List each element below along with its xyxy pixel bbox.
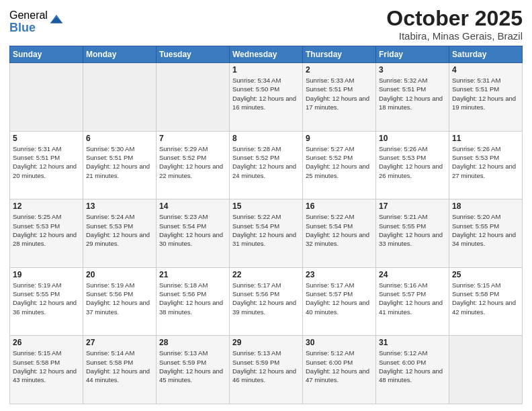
day-number: 16 xyxy=(306,201,373,211)
logo-blue: Blue xyxy=(9,21,48,35)
day-info: Sunrise: 5:16 AM Sunset: 5:57 PM Dayligh… xyxy=(379,281,446,316)
calendar-cell: 2Sunrise: 5:33 AM Sunset: 5:51 PM Daylig… xyxy=(303,63,376,132)
day-number: 26 xyxy=(13,338,80,347)
header-friday: Friday xyxy=(376,46,449,63)
header-sunday: Sunday xyxy=(10,46,83,63)
day-info: Sunrise: 5:31 AM Sunset: 5:51 PM Dayligh… xyxy=(13,144,80,180)
calendar-week-5: 26Sunrise: 5:15 AM Sunset: 5:58 PM Dayli… xyxy=(10,336,523,404)
calendar-cell: 28Sunrise: 5:13 AM Sunset: 5:59 PM Dayli… xyxy=(157,336,230,404)
day-info: Sunrise: 5:17 AM Sunset: 5:57 PM Dayligh… xyxy=(306,281,373,316)
day-info: Sunrise: 5:15 AM Sunset: 5:58 PM Dayligh… xyxy=(13,349,80,384)
day-number: 23 xyxy=(306,270,373,279)
calendar-cell: 30Sunrise: 5:12 AM Sunset: 6:00 PM Dayli… xyxy=(303,336,376,404)
day-info: Sunrise: 5:27 AM Sunset: 5:52 PM Dayligh… xyxy=(306,144,373,180)
day-info: Sunrise: 5:34 AM Sunset: 5:50 PM Dayligh… xyxy=(232,76,300,111)
day-number: 21 xyxy=(159,270,226,279)
header-thursday: Thursday xyxy=(303,46,376,63)
day-info: Sunrise: 5:19 AM Sunset: 5:55 PM Dayligh… xyxy=(13,281,80,316)
calendar-cell: 6Sunrise: 5:30 AM Sunset: 5:51 PM Daylig… xyxy=(83,131,157,199)
day-number: 8 xyxy=(232,134,300,143)
day-number: 5 xyxy=(13,134,80,143)
header-wednesday: Wednesday xyxy=(230,46,303,63)
calendar-cell: 11Sunrise: 5:26 AM Sunset: 5:53 PM Dayli… xyxy=(449,131,523,199)
day-info: Sunrise: 5:29 AM Sunset: 5:52 PM Dayligh… xyxy=(159,144,226,180)
day-info: Sunrise: 5:12 AM Sunset: 6:00 PM Dayligh… xyxy=(379,349,446,384)
day-number: 1 xyxy=(232,65,300,75)
day-info: Sunrise: 5:15 AM Sunset: 5:58 PM Dayligh… xyxy=(452,281,519,316)
calendar-cell: 19Sunrise: 5:19 AM Sunset: 5:55 PM Dayli… xyxy=(10,267,83,336)
calendar-cell: 4Sunrise: 5:31 AM Sunset: 5:51 PM Daylig… xyxy=(449,63,523,132)
day-info: Sunrise: 5:13 AM Sunset: 5:59 PM Dayligh… xyxy=(159,349,226,384)
day-number: 10 xyxy=(379,134,446,143)
header-saturday: Saturday xyxy=(449,46,523,63)
calendar-header-row: Sunday Monday Tuesday Wednesday Thursday… xyxy=(10,46,523,63)
day-number: 13 xyxy=(86,201,153,211)
day-number: 19 xyxy=(13,270,80,279)
calendar-cell: 3Sunrise: 5:32 AM Sunset: 5:51 PM Daylig… xyxy=(376,63,449,132)
day-info: Sunrise: 5:26 AM Sunset: 5:53 PM Dayligh… xyxy=(379,144,446,180)
calendar-table: Sunday Monday Tuesday Wednesday Thursday… xyxy=(9,46,523,404)
logo: General Blue xyxy=(9,9,64,34)
day-number: 12 xyxy=(13,201,80,211)
day-info: Sunrise: 5:30 AM Sunset: 5:51 PM Dayligh… xyxy=(86,144,153,180)
calendar-week-1: 1Sunrise: 5:34 AM Sunset: 5:50 PM Daylig… xyxy=(10,63,523,132)
day-info: Sunrise: 5:25 AM Sunset: 5:53 PM Dayligh… xyxy=(13,212,80,248)
day-number: 3 xyxy=(379,65,446,75)
calendar-week-4: 19Sunrise: 5:19 AM Sunset: 5:55 PM Dayli… xyxy=(10,267,523,336)
day-info: Sunrise: 5:17 AM Sunset: 5:56 PM Dayligh… xyxy=(232,281,300,316)
day-number: 24 xyxy=(379,270,446,279)
calendar-cell: 27Sunrise: 5:14 AM Sunset: 5:58 PM Dayli… xyxy=(83,336,157,404)
day-number: 11 xyxy=(452,134,519,143)
day-number: 29 xyxy=(232,338,300,347)
day-info: Sunrise: 5:31 AM Sunset: 5:51 PM Dayligh… xyxy=(452,76,519,111)
day-number: 30 xyxy=(306,338,373,347)
day-info: Sunrise: 5:19 AM Sunset: 5:56 PM Dayligh… xyxy=(86,281,153,316)
day-info: Sunrise: 5:12 AM Sunset: 6:00 PM Dayligh… xyxy=(306,349,373,384)
day-number: 9 xyxy=(306,134,373,143)
calendar-cell xyxy=(449,336,523,404)
day-number: 31 xyxy=(379,338,446,347)
calendar-cell: 8Sunrise: 5:28 AM Sunset: 5:52 PM Daylig… xyxy=(230,131,303,199)
header-tuesday: Tuesday xyxy=(157,46,230,63)
calendar-week-3: 12Sunrise: 5:25 AM Sunset: 5:53 PM Dayli… xyxy=(10,199,523,268)
calendar-cell: 14Sunrise: 5:23 AM Sunset: 5:54 PM Dayli… xyxy=(157,199,230,268)
calendar-cell: 5Sunrise: 5:31 AM Sunset: 5:51 PM Daylig… xyxy=(10,131,83,199)
day-number: 27 xyxy=(86,338,153,347)
calendar-cell: 1Sunrise: 5:34 AM Sunset: 5:50 PM Daylig… xyxy=(230,63,303,132)
day-info: Sunrise: 5:32 AM Sunset: 5:51 PM Dayligh… xyxy=(379,76,446,111)
day-info: Sunrise: 5:24 AM Sunset: 5:53 PM Dayligh… xyxy=(86,212,153,248)
location: Itabira, Minas Gerais, Brazil xyxy=(386,30,523,42)
day-info: Sunrise: 5:13 AM Sunset: 5:59 PM Dayligh… xyxy=(232,349,300,384)
day-info: Sunrise: 5:33 AM Sunset: 5:51 PM Dayligh… xyxy=(306,76,373,111)
header-monday: Monday xyxy=(83,46,157,63)
logo-text: General Blue xyxy=(9,9,48,34)
day-number: 4 xyxy=(452,65,519,75)
day-info: Sunrise: 5:22 AM Sunset: 5:54 PM Dayligh… xyxy=(306,212,373,248)
day-info: Sunrise: 5:18 AM Sunset: 5:56 PM Dayligh… xyxy=(159,281,226,316)
calendar-cell: 15Sunrise: 5:22 AM Sunset: 5:54 PM Dayli… xyxy=(230,199,303,268)
calendar-cell: 12Sunrise: 5:25 AM Sunset: 5:53 PM Dayli… xyxy=(10,199,83,268)
calendar-cell xyxy=(83,63,157,132)
calendar-cell: 7Sunrise: 5:29 AM Sunset: 5:52 PM Daylig… xyxy=(157,131,230,199)
calendar-week-2: 5Sunrise: 5:31 AM Sunset: 5:51 PM Daylig… xyxy=(10,131,523,199)
day-number: 14 xyxy=(159,201,226,211)
calendar-cell: 17Sunrise: 5:21 AM Sunset: 5:55 PM Dayli… xyxy=(376,199,449,268)
logo-icon xyxy=(49,12,64,27)
title-block: October 2025 Itabira, Minas Gerais, Braz… xyxy=(386,7,523,42)
calendar-cell: 20Sunrise: 5:19 AM Sunset: 5:56 PM Dayli… xyxy=(83,267,157,336)
svg-marker-1 xyxy=(50,17,62,23)
calendar-cell: 25Sunrise: 5:15 AM Sunset: 5:58 PM Dayli… xyxy=(449,267,523,336)
day-number: 28 xyxy=(159,338,226,347)
day-number: 7 xyxy=(159,134,226,143)
calendar-cell: 21Sunrise: 5:18 AM Sunset: 5:56 PM Dayli… xyxy=(157,267,230,336)
calendar-cell: 24Sunrise: 5:16 AM Sunset: 5:57 PM Dayli… xyxy=(376,267,449,336)
calendar-cell: 26Sunrise: 5:15 AM Sunset: 5:58 PM Dayli… xyxy=(10,336,83,404)
calendar-cell: 31Sunrise: 5:12 AM Sunset: 6:00 PM Dayli… xyxy=(376,336,449,404)
day-info: Sunrise: 5:20 AM Sunset: 5:55 PM Dayligh… xyxy=(452,212,519,248)
calendar-cell: 23Sunrise: 5:17 AM Sunset: 5:57 PM Dayli… xyxy=(303,267,376,336)
logo-general: General xyxy=(9,9,48,21)
day-number: 18 xyxy=(452,201,519,211)
month-title: October 2025 xyxy=(386,7,523,30)
day-info: Sunrise: 5:26 AM Sunset: 5:53 PM Dayligh… xyxy=(452,144,519,180)
calendar-cell: 16Sunrise: 5:22 AM Sunset: 5:54 PM Dayli… xyxy=(303,199,376,268)
